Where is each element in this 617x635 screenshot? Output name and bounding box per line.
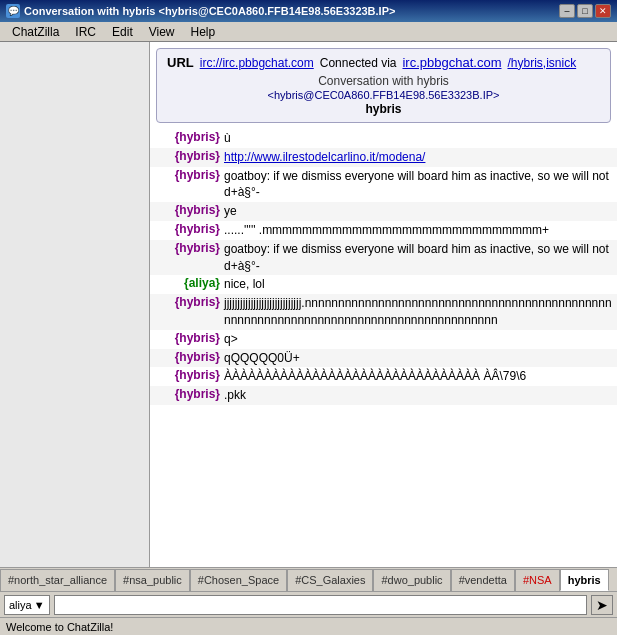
tab-CS_Galaxies[interactable]: #CS_Galaxies — [287, 569, 373, 591]
dropdown-arrow-icon: ▼ — [34, 599, 45, 611]
title-bar: 💬 Conversation with hybris <hybris@CEC0A… — [0, 0, 617, 22]
menu-item-chatzilla[interactable]: ChatZilla — [4, 22, 67, 41]
message-row: {aliya}nice, lol — [150, 275, 617, 294]
server-link[interactable]: irc://irc.pbbgchat.com — [200, 56, 314, 70]
maximize-button[interactable]: □ — [577, 4, 593, 18]
message-row: {hybris}......''''' .mmmmmmmmmmmmmmmmmmm… — [150, 221, 617, 240]
tab-nsa_public[interactable]: #nsa_public — [115, 569, 190, 591]
chat-area: URL irc://irc.pbbgchat.com Connected via… — [150, 42, 617, 567]
bottom-bar: aliya ▼ ➤ — [0, 591, 617, 617]
main-area: URL irc://irc.pbbgchat.com Connected via… — [0, 42, 617, 567]
menu-bar: ChatZillaIRCEditViewHelp — [0, 22, 617, 42]
message-nick: {hybris} — [154, 130, 224, 144]
menu-item-help[interactable]: Help — [183, 22, 224, 41]
tab-hybris[interactable]: hybris — [560, 569, 609, 591]
message-content: nice, lol — [224, 276, 613, 293]
message-content: ÀÀÀÀÀÀÀÀÀÀÀÀÀÀÀÀÀÀÀÀÀÀÀÀÀÀÀÀÀÀÀÀ ÀÂ\79\6 — [224, 368, 613, 385]
message-content: .pkk — [224, 387, 613, 404]
tab-vendetta[interactable]: #vendetta — [451, 569, 515, 591]
convo-email: <hybris@CEC0A860.FFB14E98.56E3323B.IP> — [268, 89, 500, 101]
message-row: {hybris}http://www.ilrestodelcarlino.it/… — [150, 148, 617, 167]
message-nick: {hybris} — [154, 368, 224, 382]
menu-item-edit[interactable]: Edit — [104, 22, 141, 41]
title-bar-left: 💬 Conversation with hybris <hybris@CEC0A… — [6, 4, 395, 18]
message-content: ù — [224, 130, 613, 147]
nick-selector[interactable]: aliya ▼ — [4, 595, 50, 615]
convo-title: Conversation with hybris <hybris@CEC0A86… — [167, 74, 600, 102]
info-header: URL irc://irc.pbbgchat.com Connected via… — [156, 48, 611, 123]
message-content: qQQQQQ0Ü+ — [224, 350, 613, 367]
message-content: ye — [224, 203, 613, 220]
message-nick: {hybris} — [154, 149, 224, 163]
nick-label: hybris — [167, 102, 600, 116]
tab-Chosen_Space[interactable]: #Chosen_Space — [190, 569, 287, 591]
tab-north_star_alliance[interactable]: #north_star_alliance — [0, 569, 115, 591]
current-nick: aliya — [9, 599, 32, 611]
message-row: {hybris}jjjjjjjjjjjjjjjjjjjjjjjjjjjjj.nn… — [150, 294, 617, 330]
messages-area: {hybris}ù{hybris}http://www.ilrestodelca… — [150, 127, 617, 567]
message-nick: {hybris} — [154, 168, 224, 182]
title-bar-controls: – □ ✕ — [559, 4, 611, 18]
message-content: ......''''' .mmmmmmmmmmmmmmmmmmmmmmmmmmm… — [224, 222, 613, 239]
minimize-button[interactable]: – — [559, 4, 575, 18]
message-nick: {aliya} — [154, 276, 224, 290]
message-nick: {hybris} — [154, 203, 224, 217]
tab-NSA[interactable]: #NSA — [515, 569, 560, 591]
message-row: {hybris}ù — [150, 129, 617, 148]
message-nick: {hybris} — [154, 331, 224, 345]
message-row: {hybris}ÀÀÀÀÀÀÀÀÀÀÀÀÀÀÀÀÀÀÀÀÀÀÀÀÀÀÀÀÀÀÀÀ… — [150, 367, 617, 386]
nick-bold: hybris — [365, 102, 401, 116]
url-label: URL — [167, 55, 194, 70]
user-list-sidebar — [0, 42, 150, 567]
url-line: URL irc://irc.pbbgchat.com Connected via… — [167, 55, 600, 70]
message-content: goatboy: if we dismiss everyone will boa… — [224, 168, 613, 202]
status-bar: Welcome to ChatZilla! — [0, 617, 617, 635]
message-row: {hybris}goatboy: if we dismiss everyone … — [150, 240, 617, 276]
server2-link[interactable]: irc.pbbgchat.com — [402, 55, 501, 70]
message-nick: {hybris} — [154, 222, 224, 236]
menu-item-irc[interactable]: IRC — [67, 22, 104, 41]
message-content: jjjjjjjjjjjjjjjjjjjjjjjjjjjjj.nnnnnnnnnn… — [224, 295, 613, 329]
connected-text: Connected via — [320, 56, 397, 70]
message-row: {hybris}ye — [150, 202, 617, 221]
send-button[interactable]: ➤ — [591, 595, 613, 615]
message-content[interactable]: http://www.ilrestodelcarlino.it/modena/ — [224, 149, 613, 166]
tab-dwo_public[interactable]: #dwo_public — [373, 569, 450, 591]
tab-bar: #north_star_alliance#nsa_public#Chosen_S… — [0, 567, 617, 591]
window-title: Conversation with hybris <hybris@CEC0A86… — [24, 5, 395, 17]
message-row: {hybris}q> — [150, 330, 617, 349]
message-nick: {hybris} — [154, 241, 224, 255]
close-button[interactable]: ✕ — [595, 4, 611, 18]
channel-link[interactable]: /hybris,isnick — [507, 56, 576, 70]
message-row: {hybris}.pkk — [150, 386, 617, 405]
message-nick: {hybris} — [154, 350, 224, 364]
message-content: q> — [224, 331, 613, 348]
app-icon: 💬 — [6, 4, 20, 18]
message-input[interactable] — [54, 595, 587, 615]
menu-item-view[interactable]: View — [141, 22, 183, 41]
message-row: {hybris}qQQQQQ0Ü+ — [150, 349, 617, 368]
message-nick: {hybris} — [154, 387, 224, 401]
message-row: {hybris}goatboy: if we dismiss everyone … — [150, 167, 617, 203]
message-content: goatboy: if we dismiss everyone will boa… — [224, 241, 613, 275]
status-text: Welcome to ChatZilla! — [6, 621, 113, 633]
convo-with-label: Conversation with hybris — [318, 74, 449, 88]
message-nick: {hybris} — [154, 295, 224, 309]
